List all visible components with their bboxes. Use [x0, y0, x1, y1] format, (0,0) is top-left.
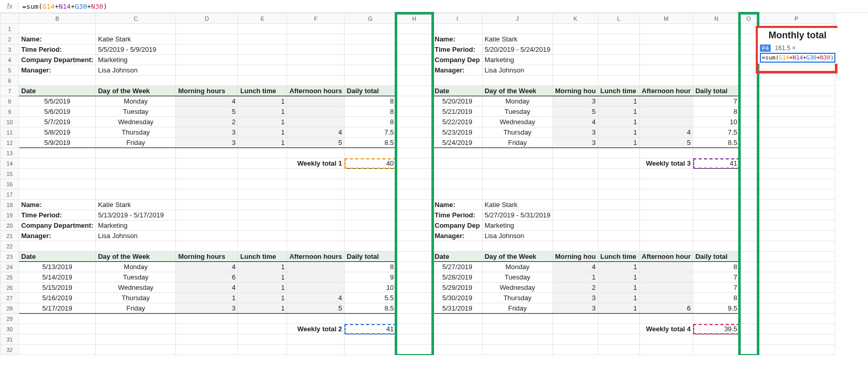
cell[interactable]: 5/20/2019 - 5/24/2019 — [482, 45, 552, 55]
cell[interactable]: Morning hours — [176, 86, 238, 96]
row-header[interactable]: 4 — [1, 55, 19, 65]
cell[interactable] — [598, 334, 639, 345]
cell[interactable] — [287, 345, 345, 355]
cell[interactable]: Marketing — [482, 220, 552, 231]
cell[interactable] — [19, 179, 96, 189]
cell[interactable] — [287, 189, 345, 200]
cell[interactable] — [598, 34, 639, 45]
cell[interactable] — [693, 220, 740, 231]
cell[interactable] — [96, 158, 176, 169]
cell[interactable] — [96, 345, 176, 355]
col-header[interactable]: K — [552, 13, 598, 24]
cell[interactable]: 1 — [598, 293, 639, 303]
cell[interactable] — [396, 220, 432, 231]
cell[interactable] — [396, 127, 432, 138]
cell[interactable]: Time Period: — [19, 45, 96, 55]
cell[interactable] — [482, 169, 552, 179]
cell[interactable] — [598, 158, 639, 169]
cell[interactable] — [639, 220, 693, 231]
row[interactable]: 31 — [1, 334, 835, 345]
cell[interactable] — [396, 138, 432, 148]
cell[interactable] — [740, 127, 758, 138]
cell[interactable]: Tuesday — [482, 107, 552, 117]
cell[interactable] — [758, 86, 835, 96]
cell[interactable]: Thursday — [96, 293, 176, 303]
cell[interactable] — [345, 314, 396, 324]
row[interactable]: 32 — [1, 345, 835, 355]
cell[interactable]: 4 — [176, 96, 238, 107]
cell[interactable] — [432, 158, 482, 169]
cell[interactable] — [639, 283, 693, 293]
row-header[interactable]: 17 — [1, 189, 19, 200]
cell[interactable] — [758, 169, 835, 179]
cell[interactable]: Monday — [482, 96, 552, 107]
cell[interactable] — [552, 241, 598, 252]
cell[interactable] — [693, 179, 740, 189]
row[interactable]: 95/6/2019Tuesday5185/21/2019Tuesday518 — [1, 107, 835, 117]
row-header[interactable]: 2 — [1, 34, 19, 45]
cell[interactable] — [758, 262, 835, 272]
cell[interactable] — [396, 34, 432, 45]
cell[interactable] — [598, 231, 639, 241]
cell[interactable]: Date — [19, 86, 96, 96]
row-header[interactable]: 13 — [1, 148, 19, 158]
row-header[interactable]: 12 — [1, 138, 19, 148]
cell[interactable]: 41 — [345, 324, 396, 334]
cell[interactable] — [287, 96, 345, 107]
cell[interactable] — [693, 169, 740, 179]
cell[interactable]: 5/24/2019 — [432, 138, 482, 148]
row-header[interactable]: 16 — [1, 179, 19, 189]
select-all-corner[interactable] — [1, 13, 19, 24]
col-header[interactable]: M — [639, 13, 693, 24]
cell[interactable]: 1 — [238, 138, 287, 148]
cell[interactable] — [176, 231, 238, 241]
cell[interactable] — [396, 76, 432, 86]
cell[interactable] — [758, 117, 835, 127]
cell[interactable] — [19, 24, 96, 34]
cell[interactable] — [693, 45, 740, 55]
row[interactable]: 22 — [1, 241, 835, 252]
cell[interactable] — [598, 76, 639, 86]
col-header[interactable]: F — [287, 13, 345, 24]
cell[interactable]: Manager: — [432, 65, 482, 76]
cell[interactable]: 3 — [552, 138, 598, 148]
cell[interactable] — [396, 283, 432, 293]
cell[interactable] — [287, 283, 345, 293]
cell[interactable] — [740, 262, 758, 272]
cell[interactable] — [19, 158, 96, 169]
cell[interactable] — [639, 107, 693, 117]
cell[interactable] — [552, 24, 598, 34]
cell[interactable]: 9 — [345, 272, 396, 283]
cell[interactable] — [598, 220, 639, 231]
cell[interactable] — [552, 324, 598, 334]
row-header[interactable]: 32 — [1, 345, 19, 355]
cell[interactable]: Daily total — [693, 252, 740, 262]
cell[interactable]: Morning hours — [176, 252, 238, 262]
cell[interactable] — [432, 179, 482, 189]
cell[interactable] — [396, 55, 432, 65]
cell[interactable] — [96, 169, 176, 179]
row[interactable]: 5Manager:Lisa JohnsonManager:Lisa Johnso… — [1, 65, 835, 76]
cell[interactable] — [396, 231, 432, 241]
cell[interactable] — [396, 96, 432, 107]
cell[interactable] — [345, 65, 396, 76]
cell[interactable]: 10 — [345, 283, 396, 293]
cell[interactable]: 5/17/2019 — [19, 303, 96, 314]
cell[interactable]: 1 — [598, 117, 639, 127]
cell[interactable] — [552, 34, 598, 45]
cell[interactable] — [693, 24, 740, 34]
row[interactable]: 255/14/2019Tuesday6195/28/2019Tuesday117 — [1, 272, 835, 283]
cell[interactable] — [396, 179, 432, 189]
cell[interactable] — [758, 324, 835, 334]
cell[interactable] — [639, 200, 693, 210]
cell[interactable] — [396, 24, 432, 34]
cell[interactable] — [345, 200, 396, 210]
cell[interactable] — [396, 117, 432, 127]
cell[interactable] — [287, 220, 345, 231]
cell[interactable] — [238, 45, 287, 55]
cell[interactable] — [758, 138, 835, 148]
cell[interactable]: Marketing — [96, 220, 176, 231]
cell[interactable]: 41 — [693, 158, 740, 169]
cell[interactable] — [432, 169, 482, 179]
row[interactable]: 2Name:Katie StarkName:Katie Stark — [1, 34, 835, 45]
